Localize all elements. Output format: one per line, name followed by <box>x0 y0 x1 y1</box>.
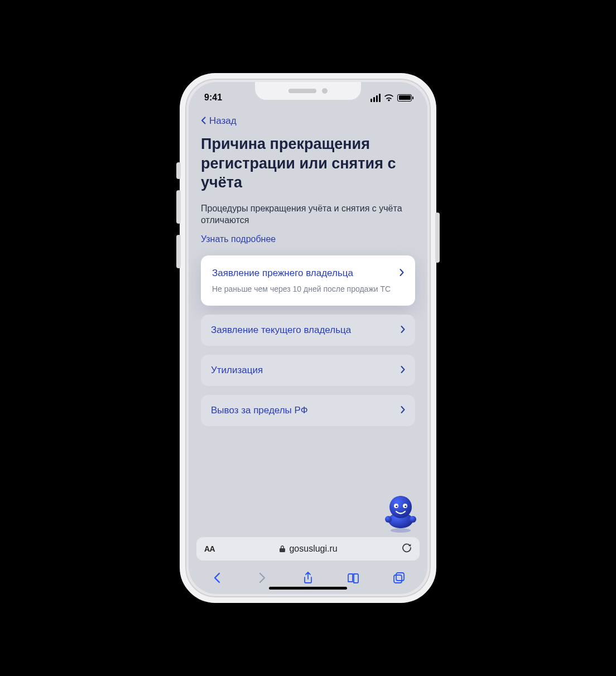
url-text: gosuslugi.ru <box>289 544 337 554</box>
cellular-signal-icon <box>370 94 381 102</box>
screen: 9:41 Назад Причина прекращения регистрац… <box>189 82 427 594</box>
chevron-right-icon <box>401 325 405 335</box>
option-export[interactable]: Вывоз за пределы РФ <box>201 395 415 426</box>
wifi-icon <box>384 94 394 102</box>
option-label: Утилизация <box>211 365 263 376</box>
option-label: Заявление текущего владельца <box>211 325 351 336</box>
phone-mockup: 9:41 Назад Причина прекращения регистрац… <box>180 73 436 603</box>
page-content: Назад Причина прекращения регистрации ил… <box>189 108 427 537</box>
home-indicator[interactable] <box>269 587 347 590</box>
chevron-right-icon <box>401 365 405 375</box>
assistant-bot-icon[interactable] <box>383 494 418 534</box>
svg-point-6 <box>405 505 406 507</box>
svg-point-0 <box>391 528 411 533</box>
option-previous-owner[interactable]: Заявление прежнего владельца Не раньше ч… <box>201 255 415 306</box>
page-title: Причина прекращения регистрации или снят… <box>201 134 415 202</box>
chevron-right-icon <box>401 405 405 416</box>
svg-point-2 <box>389 496 412 518</box>
status-time: 9:41 <box>204 93 222 103</box>
svg-point-5 <box>396 505 397 507</box>
learn-more-link[interactable]: Узнать подробнее <box>201 234 415 255</box>
chevron-left-icon <box>201 117 206 126</box>
volume-up-button <box>176 190 181 224</box>
browser-address-bar[interactable]: AA gosuslugi.ru <box>196 537 420 561</box>
lock-icon <box>279 545 286 553</box>
notch <box>255 82 361 100</box>
volume-down-button <box>176 235 181 268</box>
power-button <box>435 213 440 263</box>
reload-button[interactable] <box>402 543 412 556</box>
browser-back-button[interactable] <box>205 566 229 590</box>
svg-rect-9 <box>396 573 404 581</box>
svg-rect-10 <box>394 575 402 583</box>
browser-tabs-button[interactable] <box>387 566 411 590</box>
svg-point-8 <box>410 516 416 523</box>
back-label: Назад <box>209 115 237 127</box>
back-button[interactable]: Назад <box>201 112 415 134</box>
option-label: Заявление прежнего владельца <box>212 268 353 279</box>
option-current-owner[interactable]: Заявление текущего владельца <box>201 315 415 346</box>
option-label: Вывоз за пределы РФ <box>211 405 308 416</box>
svg-point-7 <box>385 516 392 523</box>
mute-switch <box>176 162 181 179</box>
battery-icon <box>397 94 412 102</box>
text-size-button[interactable]: AA <box>204 544 215 553</box>
option-sublabel: Не раньше чем через 10 дней после продаж… <box>212 279 404 293</box>
option-disposal[interactable]: Утилизация <box>201 355 415 386</box>
url-display[interactable]: gosuslugi.ru <box>279 544 337 554</box>
page-subtitle: Процедуры прекращения учёта и снятия с у… <box>201 202 415 234</box>
chevron-right-icon <box>400 268 404 278</box>
status-icons <box>370 94 412 102</box>
